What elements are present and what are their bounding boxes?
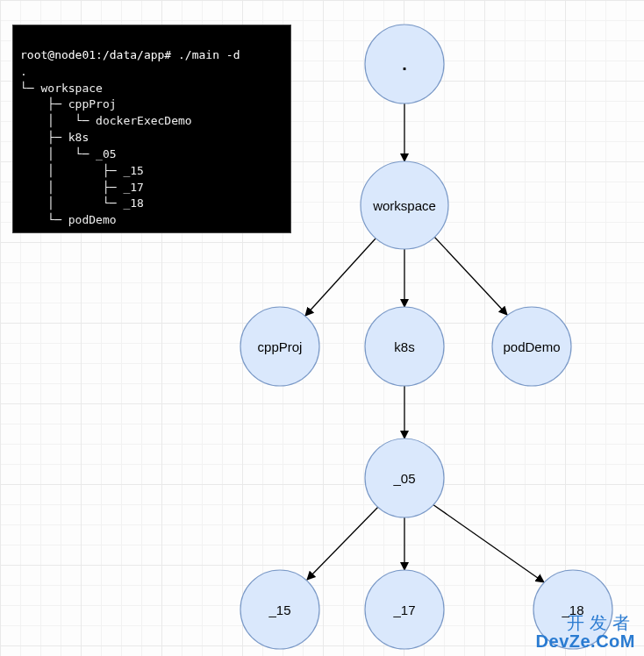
node-cppproj[interactable]: cppProj xyxy=(240,307,319,386)
node-poddemo-label: podDemo xyxy=(503,339,560,354)
node-15[interactable]: _15 xyxy=(240,570,319,649)
node-18[interactable]: _18 xyxy=(533,570,612,649)
edge-05-15 xyxy=(307,507,378,580)
edge-workspace-cppproj xyxy=(305,239,376,316)
node-05[interactable]: _05 xyxy=(365,439,444,517)
node-17[interactable]: _17 xyxy=(365,570,444,649)
node-root-label: . xyxy=(402,54,407,74)
node-17-label: _17 xyxy=(392,603,415,617)
node-k8s-label: k8s xyxy=(394,339,414,354)
node-15-label: _15 xyxy=(268,603,290,617)
tree-graph: . workspace cppProj k8s podDemo _05 _15 … xyxy=(0,0,644,656)
edge-workspace-poddemo xyxy=(434,237,507,315)
node-cppproj-label: cppProj xyxy=(258,339,303,354)
node-workspace-label: workspace xyxy=(372,198,436,213)
node-05-label: _05 xyxy=(392,471,415,486)
node-poddemo[interactable]: podDemo xyxy=(492,307,571,386)
node-workspace[interactable]: workspace xyxy=(361,161,448,249)
edge-05-18 xyxy=(433,504,544,582)
node-root[interactable]: . xyxy=(365,25,444,103)
node-18-label: _18 xyxy=(561,603,583,617)
node-k8s[interactable]: k8s xyxy=(365,307,444,386)
